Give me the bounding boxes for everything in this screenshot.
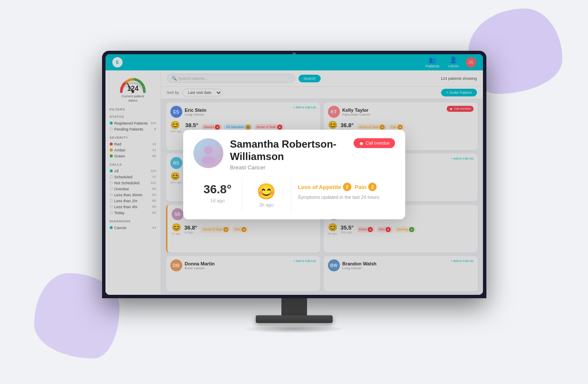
modal-symptoms-updated: Symptoms updated in the last 24 hours: [298, 195, 395, 200]
svg-point-3: [204, 146, 213, 154]
modal-smiley-block: 😊 3h ago: [242, 177, 291, 212]
modal-avatar: [193, 138, 223, 168]
monitor-shadow: [243, 325, 345, 333]
modal-symptoms-block: Loss of Appetite 2 Pain 2 Symptoms: [291, 177, 395, 212]
call-overdue-label: Call overdue: [366, 141, 389, 145]
clock-icon: ⏰: [359, 141, 364, 145]
modal-smiley-time: 3h ago: [259, 202, 274, 207]
scene: S 👥 Patients 👤 Admin JS: [0, 0, 588, 384]
modal-smiley: 😊: [257, 183, 276, 201]
modal-patient-name: Samantha Robertson-Williamson: [230, 138, 347, 163]
app: S 👥 Patients 👤 Admin JS: [105, 54, 483, 295]
screen-inner: S 👥 Patients 👤 Admin JS: [105, 54, 483, 295]
modal-temp: 36.8°: [203, 183, 231, 196]
svg-point-4: [202, 156, 215, 165]
modal-patient-diagnosis: Breast Cancer: [230, 164, 347, 171]
modal-temp-block: 36.8° 1d ago: [193, 177, 243, 212]
modal-symptom-appetite: Loss of Appetite 2: [298, 183, 351, 191]
patient-detail-modal: Samantha Robertson-Williamson Breast Can…: [183, 130, 405, 220]
monitor-stand-base: [256, 315, 333, 323]
monitor: S 👥 Patients 👤 Admin JS: [102, 51, 486, 333]
monitor-stand-neck: [281, 298, 307, 315]
modal-symptom-pain: Pain 2: [355, 183, 377, 191]
modal-temp-time: 1d ago: [210, 198, 225, 203]
monitor-screen: S 👥 Patients 👤 Admin JS: [102, 51, 486, 298]
modal-call-overdue-badge[interactable]: ⏰ Call overdue: [354, 138, 395, 148]
modal-overlay: Samantha Robertson-Williamson Breast Can…: [105, 54, 483, 295]
